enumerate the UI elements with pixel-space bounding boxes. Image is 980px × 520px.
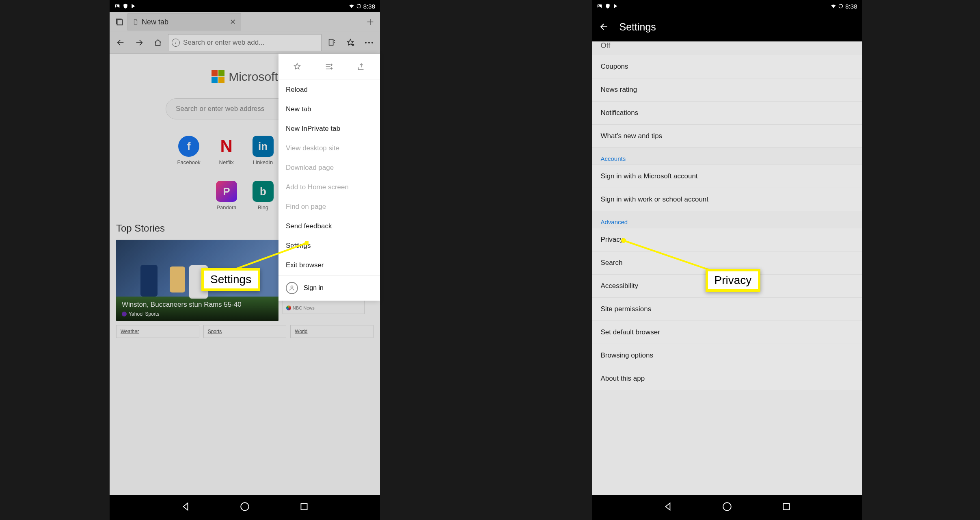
menu-find[interactable]: Find on page [278, 197, 380, 217]
svg-point-17 [598, 5, 599, 6]
settings-signin-work[interactable]: Sign in with work or school account [592, 188, 862, 211]
android-nav-bar [110, 495, 380, 520]
settings-default-browser[interactable]: Set default browser [592, 321, 862, 344]
settings-notifications[interactable]: Notifications [592, 101, 862, 124]
tile-pandora[interactable]: PPandora [216, 181, 237, 210]
avatar-icon [286, 282, 298, 294]
svg-point-11 [291, 286, 293, 288]
url-bar: i [110, 32, 380, 54]
settings-off-value: Off [592, 41, 862, 55]
menu-feedback[interactable]: Send feedback [278, 217, 380, 236]
brand-text: Microsoft [229, 70, 278, 84]
settings-header: Settings [592, 12, 862, 41]
svg-point-21 [723, 503, 731, 511]
callout-privacy: Privacy [706, 269, 761, 292]
back-button[interactable] [598, 21, 610, 32]
settings-privacy[interactable]: Privacy [592, 228, 862, 251]
callout-settings: Settings [201, 268, 260, 291]
play-store-icon [131, 3, 136, 9]
battery-icon [356, 3, 362, 9]
status-bar: 8:38 [592, 0, 862, 12]
nav-home[interactable] [722, 501, 732, 514]
tile-facebook[interactable]: fFacebook [177, 136, 201, 165]
url-input[interactable] [183, 39, 318, 47]
overflow-menu: Reload New tab New InPrivate tab View de… [278, 54, 380, 301]
category-sports[interactable]: Sports [203, 325, 287, 338]
menu-reload[interactable]: Reload [278, 80, 380, 100]
svg-point-1 [116, 5, 117, 6]
tab-close-button[interactable]: ✕ [230, 17, 236, 26]
home-button[interactable] [149, 34, 166, 51]
signin-label: Sign in [304, 284, 324, 292]
add-favorite-icon[interactable] [290, 59, 304, 74]
search-placeholder: Search or enter web address [176, 105, 264, 113]
nav-back[interactable] [663, 501, 673, 514]
story-small-source: NBC News [293, 306, 315, 310]
reading-list-button[interactable] [323, 34, 340, 51]
menu-add-home[interactable]: Add to Home screen [278, 178, 380, 197]
url-field[interactable]: i [168, 34, 322, 51]
share-icon[interactable] [354, 59, 369, 74]
play-store-icon [613, 3, 619, 9]
device-right: 8:38 Settings Off Coupons News rating No… [592, 0, 862, 520]
new-tab-button[interactable] [362, 14, 378, 30]
category-weather[interactable]: Weather [116, 325, 199, 338]
left-panel: 8:38 New tab ✕ [0, 0, 490, 520]
status-bar: 8:38 [110, 0, 380, 12]
category-world[interactable]: World [290, 325, 373, 338]
settings-site-permissions[interactable]: Site permissions [592, 297, 862, 321]
settings-title: Settings [620, 21, 656, 33]
section-advanced: Advanced [592, 211, 862, 228]
settings-list[interactable]: Off Coupons News rating Notifications Wh… [592, 41, 862, 495]
menu-settings[interactable]: Settings [278, 236, 380, 256]
menu-new-tab[interactable]: New tab [278, 100, 380, 119]
svg-point-14 [241, 503, 249, 511]
menu-exit[interactable]: Exit browser [278, 256, 380, 275]
settings-signin-microsoft[interactable]: Sign in with a Microsoft account [592, 165, 862, 188]
menu-signin[interactable]: Sign in [278, 275, 380, 301]
svg-rect-4 [329, 39, 333, 46]
tile-bing[interactable]: bBing [253, 181, 274, 210]
svg-point-6 [368, 42, 370, 43]
tile-linkedin[interactable]: inLinkedIn [253, 136, 274, 165]
menu-inprivate[interactable]: New InPrivate tab [278, 119, 380, 139]
svg-point-7 [371, 42, 373, 43]
forward-button[interactable] [131, 34, 148, 51]
nav-home[interactable] [240, 501, 250, 514]
settings-news-rating[interactable]: News rating [592, 78, 862, 101]
tab-bar: New tab ✕ [110, 12, 380, 32]
favorites-button[interactable] [342, 34, 359, 51]
right-panel: 8:38 Settings Off Coupons News rating No… [490, 0, 980, 520]
device-left: 8:38 New tab ✕ [110, 0, 380, 520]
browser: New tab ✕ i [110, 12, 380, 495]
clock-time: 8:38 [845, 3, 857, 10]
settings-coupons[interactable]: Coupons [592, 55, 862, 78]
menu-desktop-site[interactable]: View desktop site [278, 139, 380, 158]
tab-new-tab[interactable]: New tab ✕ [127, 13, 241, 30]
callout-privacy-label: Privacy [714, 274, 752, 286]
settings-screen: Settings Off Coupons News rating Notific… [592, 12, 862, 495]
svg-rect-15 [301, 503, 307, 509]
settings-whats-new[interactable]: What's new and tips [592, 124, 862, 147]
wifi-icon [349, 3, 354, 9]
back-button[interactable] [112, 34, 129, 51]
tile-netflix[interactable]: NNetflix [216, 136, 237, 165]
tab-title: New tab [142, 18, 230, 26]
nav-recents[interactable] [781, 501, 792, 514]
collections-icon[interactable] [322, 59, 337, 74]
tabs-button[interactable] [111, 14, 127, 30]
settings-about[interactable]: About this app [592, 367, 862, 390]
battery-icon [838, 3, 844, 9]
site-info-icon[interactable]: i [172, 39, 180, 47]
more-button[interactable] [360, 34, 378, 51]
settings-browsing-options[interactable]: Browsing options [592, 344, 862, 367]
shield-icon [605, 3, 611, 9]
wifi-icon [831, 3, 836, 9]
section-accounts: Accounts [592, 147, 862, 165]
page-icon [133, 19, 138, 25]
menu-download-page[interactable]: Download page [278, 158, 380, 178]
nav-recents[interactable] [299, 501, 309, 514]
nav-back[interactable] [180, 501, 191, 514]
shield-icon [123, 3, 128, 9]
callout-settings-label: Settings [210, 273, 251, 286]
